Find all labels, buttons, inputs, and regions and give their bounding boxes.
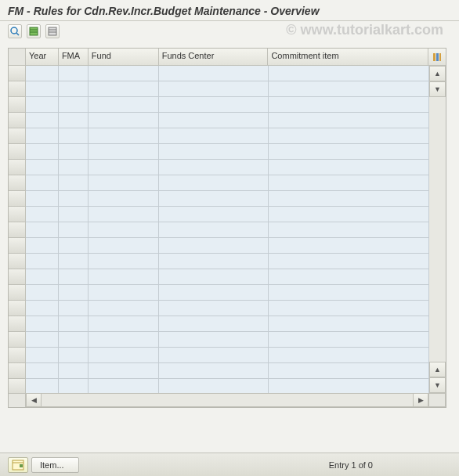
table-cell[interactable]: [89, 113, 159, 128]
table-settings-button[interactable]: [27, 24, 41, 38]
row-selector[interactable]: [9, 238, 26, 254]
table-cell[interactable]: [269, 301, 429, 316]
table-cell[interactable]: [269, 191, 429, 207]
table-cell[interactable]: [26, 238, 59, 254]
table-cell[interactable]: [89, 66, 159, 81]
table-cell[interactable]: [269, 269, 429, 285]
table-cell[interactable]: [269, 238, 429, 254]
table-cell[interactable]: [26, 363, 59, 379]
table-cell[interactable]: [159, 238, 269, 254]
table-cell[interactable]: [26, 175, 59, 191]
table-cell[interactable]: [26, 81, 59, 97]
row-selector[interactable]: [9, 175, 26, 191]
row-selector[interactable]: [9, 81, 26, 97]
row-selector[interactable]: [9, 97, 26, 113]
column-header-fund[interactable]: Fund: [89, 49, 159, 66]
table-cell[interactable]: [89, 332, 159, 348]
table-cell[interactable]: [59, 316, 89, 332]
table-cell[interactable]: [159, 160, 269, 175]
table-cell[interactable]: [26, 348, 59, 363]
table-cell[interactable]: [89, 285, 159, 301]
table-cell[interactable]: [26, 285, 59, 301]
table-cell[interactable]: [159, 379, 269, 393]
table-cell[interactable]: [269, 113, 429, 128]
table-cell[interactable]: [26, 379, 59, 393]
table-cell[interactable]: [26, 269, 59, 285]
scroll-up-button[interactable]: ▲: [429, 66, 446, 81]
display-details-button[interactable]: [8, 24, 22, 38]
table-cell[interactable]: [89, 254, 159, 269]
table-cell[interactable]: [59, 348, 89, 363]
table-cell[interactable]: [269, 81, 429, 97]
table-cell[interactable]: [26, 332, 59, 348]
table-cell[interactable]: [159, 348, 269, 363]
table-cell[interactable]: [159, 191, 269, 207]
position-button[interactable]: [8, 457, 28, 473]
table-cell[interactable]: [59, 222, 89, 238]
scroll-up-button-2[interactable]: ▲: [429, 362, 446, 377]
table-cell[interactable]: [159, 269, 269, 285]
table-cell[interactable]: [269, 222, 429, 238]
table-cell[interactable]: [159, 363, 269, 379]
row-selector[interactable]: [9, 254, 26, 269]
table-cell[interactable]: [269, 348, 429, 363]
table-cell[interactable]: [26, 207, 59, 222]
table-cell[interactable]: [159, 207, 269, 222]
table-cell[interactable]: [269, 207, 429, 222]
table-cell[interactable]: [269, 66, 429, 81]
column-header-fma[interactable]: FMA: [59, 49, 89, 66]
row-selector[interactable]: [9, 222, 26, 238]
table-cell[interactable]: [269, 160, 429, 175]
table-cell[interactable]: [159, 81, 269, 97]
table-cell[interactable]: [269, 316, 429, 332]
table-cell[interactable]: [89, 207, 159, 222]
table-cell[interactable]: [159, 285, 269, 301]
table-cell[interactable]: [269, 379, 429, 393]
table-cell[interactable]: [89, 238, 159, 254]
table-cell[interactable]: [26, 144, 59, 160]
table-cell[interactable]: [89, 222, 159, 238]
scroll-left-button[interactable]: ◀: [26, 393, 42, 407]
table-cell[interactable]: [89, 269, 159, 285]
scroll-right-button[interactable]: ▶: [413, 393, 428, 407]
table-cell[interactable]: [89, 363, 159, 379]
row-selector[interactable]: [9, 316, 26, 332]
table-cell[interactable]: [89, 348, 159, 363]
table-cell[interactable]: [59, 269, 89, 285]
table-cell[interactable]: [89, 144, 159, 160]
row-selector[interactable]: [9, 66, 26, 81]
table-cell[interactable]: [89, 81, 159, 97]
table-cell[interactable]: [89, 379, 159, 393]
row-selector[interactable]: [9, 379, 26, 393]
print-button[interactable]: [45, 24, 60, 38]
row-selector[interactable]: [9, 144, 26, 160]
table-cell[interactable]: [159, 301, 269, 316]
table-cell[interactable]: [159, 175, 269, 191]
row-selector[interactable]: [9, 128, 26, 144]
table-cell[interactable]: [26, 254, 59, 269]
scroll-down-button-2[interactable]: ▼: [429, 377, 446, 393]
table-cell[interactable]: [59, 97, 89, 113]
table-cell[interactable]: [59, 363, 89, 379]
table-cell[interactable]: [89, 175, 159, 191]
table-cell[interactable]: [269, 144, 429, 160]
row-selector[interactable]: [9, 348, 26, 363]
table-cell[interactable]: [89, 301, 159, 316]
table-cell[interactable]: [59, 238, 89, 254]
scroll-track[interactable]: [429, 97, 446, 362]
hscroll-track[interactable]: [42, 393, 413, 407]
column-header-commitment-item[interactable]: Commitment item: [268, 49, 428, 66]
row-selector[interactable]: [9, 363, 26, 379]
table-cell[interactable]: [269, 332, 429, 348]
table-cell[interactable]: [59, 207, 89, 222]
table-cell[interactable]: [89, 316, 159, 332]
table-cell[interactable]: [59, 81, 89, 97]
table-cell[interactable]: [26, 316, 59, 332]
table-cell[interactable]: [59, 144, 89, 160]
row-selector[interactable]: [9, 191, 26, 207]
column-header-year[interactable]: Year: [26, 49, 59, 66]
table-cell[interactable]: [269, 97, 429, 113]
select-all-corner[interactable]: [9, 49, 26, 66]
table-cell[interactable]: [159, 222, 269, 238]
horizontal-scrollbar[interactable]: ◀ ▶: [9, 393, 446, 407]
